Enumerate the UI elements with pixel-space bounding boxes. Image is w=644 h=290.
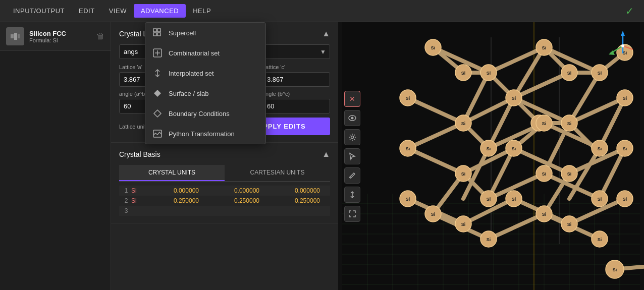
main-layout: Silicon FCC Formula: SI 🗑 Crystal Lattic… bbox=[0, 22, 644, 290]
row-y-1: 0.000000 bbox=[207, 187, 267, 194]
svg-point-156 bbox=[351, 117, 354, 119]
angle-bc-input[interactable] bbox=[262, 99, 330, 113]
svg-text:Si: Si bbox=[431, 45, 436, 50]
svg-rect-11 bbox=[11, 34, 14, 38]
svg-text:Si: Si bbox=[598, 71, 602, 76]
scene-svg: Si Si Si Si Si Si Si bbox=[338, 22, 644, 290]
svg-text:Si: Si bbox=[567, 222, 572, 227]
svg-text:Si: Si bbox=[623, 146, 627, 151]
crystal-basis-collapse[interactable]: ▲ bbox=[322, 150, 330, 159]
plus-box-icon bbox=[152, 48, 163, 58]
basis-tabs: CRYSTAL UNITS CARTESIAN UNITS bbox=[119, 165, 330, 182]
svg-text:Si: Si bbox=[512, 146, 516, 151]
dropdown-label-python: Python Transformation bbox=[169, 130, 235, 138]
svg-text:Si: Si bbox=[542, 121, 547, 126]
move-button[interactable] bbox=[344, 187, 360, 203]
menu-advanced[interactable]: ADVANCED bbox=[134, 4, 186, 18]
basis-table: 1 Si 0.000000 0.000000 0.000000 2 Si 0.2… bbox=[119, 186, 330, 216]
svg-text:Si: Si bbox=[461, 222, 466, 227]
angle-bc-group: angle (b^c) bbox=[262, 91, 330, 113]
crystal-lattice-collapse[interactable]: ▲ bbox=[322, 29, 330, 38]
svg-text:Si: Si bbox=[487, 237, 491, 242]
svg-text:Si: Si bbox=[567, 171, 572, 177]
svg-text:Si: Si bbox=[461, 71, 466, 76]
svg-point-157 bbox=[351, 136, 354, 138]
svg-rect-13 bbox=[18, 34, 20, 38]
svg-marker-9 bbox=[154, 110, 161, 117]
dropdown-item-combinatorial[interactable]: Combinatorial set bbox=[145, 43, 265, 63]
advanced-dropdown-menu: Supercell Combinatorial set bbox=[145, 22, 266, 144]
svg-text:Si: Si bbox=[406, 96, 410, 101]
menu-view[interactable]: VIEW bbox=[102, 4, 134, 18]
row-num-1: 1 bbox=[121, 187, 131, 194]
fullscreen-button[interactable] bbox=[344, 206, 360, 222]
material-card: Silicon FCC Formula: SI 🗑 bbox=[0, 22, 111, 51]
angle-bc-label: angle (b^c) bbox=[262, 91, 330, 97]
svg-text:Si: Si bbox=[542, 45, 547, 50]
checkmark-icon: ✓ bbox=[625, 5, 634, 17]
svg-rect-1 bbox=[157, 29, 160, 32]
row-y-2: 0.250000 bbox=[207, 197, 267, 204]
svg-text:Si: Si bbox=[487, 146, 491, 151]
svg-text:Si: Si bbox=[598, 146, 602, 151]
dropdown-item-interpolated[interactable]: Interpolated set bbox=[145, 63, 265, 83]
crystal-basis-header: Crystal Basis ▲ bbox=[119, 150, 330, 159]
close-viewport-button[interactable]: ✕ bbox=[344, 91, 360, 107]
delete-material-button[interactable]: 🗑 bbox=[96, 32, 104, 41]
svg-text:Si: Si bbox=[623, 197, 627, 202]
svg-text:Si: Si bbox=[598, 237, 602, 242]
svg-rect-0 bbox=[153, 29, 156, 32]
row-x-2: 0.250000 bbox=[146, 197, 207, 204]
svg-text:Si: Si bbox=[512, 96, 516, 101]
svg-text:Si: Si bbox=[487, 71, 491, 76]
settings-button[interactable] bbox=[344, 129, 360, 145]
lattice-c-input[interactable] bbox=[262, 72, 330, 87]
svg-marker-162 bbox=[621, 31, 625, 36]
svg-rect-12 bbox=[14, 33, 17, 40]
material-info: Silicon FCC Formula: SI bbox=[29, 30, 91, 43]
dropdown-item-python[interactable]: Python Transformation bbox=[145, 124, 265, 144]
eye-button[interactable] bbox=[344, 110, 360, 126]
tab-crystal-units[interactable]: CRYSTAL UNITS bbox=[119, 165, 225, 181]
svg-rect-3 bbox=[157, 33, 160, 36]
row-z-2: 0.250000 bbox=[267, 197, 328, 204]
material-formula: Formula: SI bbox=[29, 37, 91, 43]
svg-text:Si: Si bbox=[542, 212, 547, 217]
row-num-2: 2 bbox=[121, 197, 131, 204]
3d-viewport[interactable]: Si Si Si Si Si Si Si bbox=[338, 22, 644, 290]
row-element-1: Si bbox=[131, 187, 146, 194]
dropdown-item-boundary[interactable]: Boundary Conditions bbox=[145, 103, 265, 124]
table-row: 1 Si 0.000000 0.000000 0.000000 bbox=[119, 186, 330, 196]
row-element-2: Si bbox=[131, 197, 146, 204]
svg-text:Si: Si bbox=[567, 121, 572, 126]
table-row: 2 Si 0.250000 0.250000 0.250000 bbox=[119, 196, 330, 206]
tab-cartesian-units[interactable]: CARTESIAN UNITS bbox=[225, 165, 330, 181]
menu-bar: INPUT/OUTPUT EDIT VIEW ADVANCED HELP ✓ bbox=[0, 0, 644, 22]
dropdown-label-combinatorial: Combinatorial set bbox=[169, 49, 220, 57]
lattice-c-label: Lattice 'c' bbox=[262, 64, 330, 70]
menu-help[interactable]: HELP bbox=[186, 4, 218, 18]
crystal-basis-title: Crystal Basis bbox=[119, 150, 160, 158]
row-num-3: 3 bbox=[121, 207, 131, 214]
lattice-c-group: Lattice 'c' bbox=[262, 64, 330, 87]
menu-input-output[interactable]: INPUT/OUTPUT bbox=[6, 4, 72, 18]
dropdown-label-interpolated: Interpolated set bbox=[169, 70, 214, 77]
crystal-basis-section: Crystal Basis ▲ CRYSTAL UNITS CARTESIAN … bbox=[111, 143, 338, 223]
dropdown-item-supercell[interactable]: Supercell bbox=[145, 23, 265, 43]
svg-text:Si: Si bbox=[461, 171, 466, 177]
svg-text:Si: Si bbox=[431, 212, 436, 217]
menu-edit[interactable]: EDIT bbox=[72, 4, 102, 18]
svg-text:Si: Si bbox=[487, 197, 491, 202]
cursor-button[interactable] bbox=[344, 148, 360, 164]
svg-text:Si: Si bbox=[406, 146, 410, 151]
svg-marker-8 bbox=[154, 90, 161, 97]
dropdown-item-surface-slab[interactable]: Surface / slab bbox=[145, 83, 265, 103]
grid-icon bbox=[152, 28, 163, 38]
image-icon bbox=[152, 129, 163, 139]
arrows-updown-icon bbox=[152, 68, 163, 78]
svg-point-166 bbox=[621, 44, 624, 47]
left-sidebar: Silicon FCC Formula: SI 🗑 bbox=[0, 22, 111, 290]
pencil-button[interactable] bbox=[344, 167, 360, 184]
svg-text:Si: Si bbox=[542, 171, 547, 177]
svg-rect-2 bbox=[153, 33, 156, 36]
